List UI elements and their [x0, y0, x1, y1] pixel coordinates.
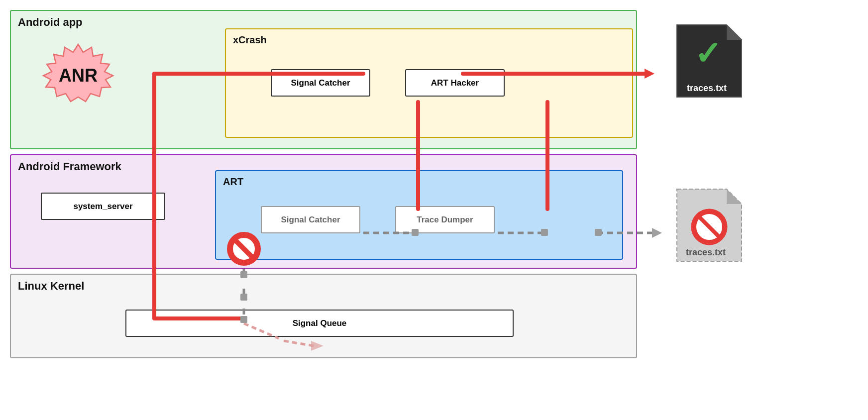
svg-line-9	[699, 217, 719, 237]
svg-marker-1	[677, 25, 742, 97]
system-server-label: system_server	[73, 202, 132, 211]
android-framework-label: Android Framework	[18, 160, 121, 173]
signal-queue-box: Signal Queue	[125, 310, 514, 337]
svg-marker-18	[652, 228, 662, 238]
layer-android-framework: Android Framework system_server ART Sign…	[10, 154, 637, 269]
art-label: ART	[223, 176, 243, 188]
signal-catcher-bottom-box: Signal Catcher	[261, 206, 360, 233]
layer-linux-kernel: Linux Kernel Signal Queue	[10, 274, 637, 358]
xcrash-label: xCrash	[233, 34, 267, 46]
art-box: ART Signal Catcher Trace Dumper	[215, 170, 623, 260]
anr-label: ANR	[59, 65, 98, 86]
svg-text:traces.txt: traces.txt	[687, 83, 727, 93]
art-hacker-box: ART Hacker	[405, 69, 505, 97]
trace-dumper-box: Trace Dumper	[395, 206, 495, 233]
xcrash-box: xCrash Signal Catcher ART Hacker	[225, 28, 633, 138]
svg-marker-2	[727, 25, 742, 40]
layer-android-app: Android app xCrash Signal Catcher ART Ha…	[10, 10, 637, 149]
system-server-box: system_server	[41, 193, 165, 220]
svg-marker-5	[677, 189, 742, 261]
svg-marker-11	[645, 69, 654, 79]
linux-kernel-label: Linux Kernel	[18, 280, 84, 293]
svg-text:traces.txt: traces.txt	[686, 247, 726, 257]
traces-bad-icon: traces.txt	[677, 189, 742, 261]
svg-point-7	[692, 210, 727, 244]
traces-good-icon: ✓ traces.txt	[677, 25, 742, 97]
art-hacker-label: ART Hacker	[431, 78, 479, 88]
signal-catcher-bottom-label: Signal Catcher	[281, 215, 340, 225]
svg-point-8	[694, 212, 724, 242]
signal-catcher-top-label: Signal Catcher	[291, 78, 350, 88]
diagram-container: Android app xCrash Signal Catcher ART Ha…	[0, 0, 868, 420]
signal-queue-label: Signal Queue	[293, 318, 347, 328]
signal-catcher-top-box: Signal Catcher	[271, 69, 370, 97]
trace-dumper-label: Trace Dumper	[417, 215, 473, 225]
svg-marker-6	[727, 189, 742, 204]
anr-burst: ANR	[38, 41, 118, 110]
android-app-label: Android app	[18, 16, 83, 29]
svg-text:✓: ✓	[694, 35, 721, 72]
